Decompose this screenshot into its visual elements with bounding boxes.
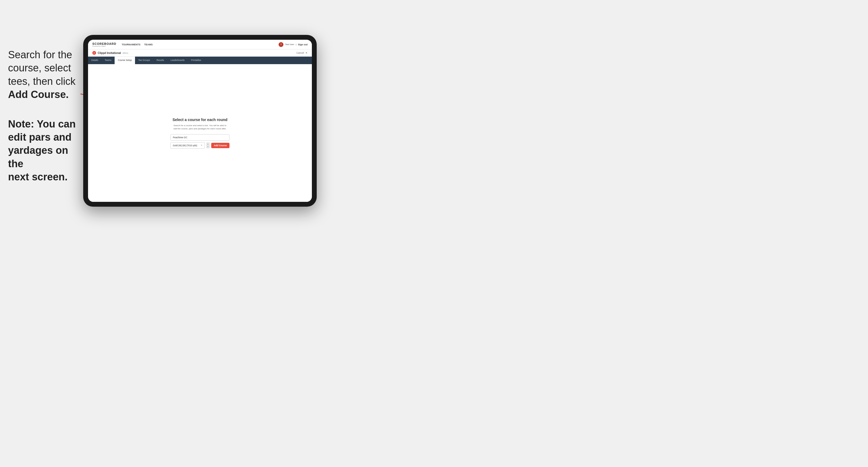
course-search-input[interactable] (170, 134, 229, 141)
tab-printables[interactable]: Printables (188, 57, 205, 64)
annotation-line3: tees, then click (8, 76, 75, 87)
cancel-button[interactable]: Cancel ✕ (296, 52, 308, 54)
tee-row: Gold (M) (M) (7010 yds) × ▲ ▼ Add Course (170, 142, 229, 149)
tab-teams[interactable]: Teams (101, 57, 115, 64)
note-section: Note: You can edit pars and yardages on … (8, 118, 83, 184)
note-line3: next screen. (8, 171, 68, 183)
nav-links: TOURNAMENTS TEAMS (122, 43, 279, 46)
tablet-frame: SCOREBOARD Powered by clippd TOURNAMENTS… (83, 35, 317, 207)
note-title: Note: You can (8, 118, 76, 130)
cancel-icon: ✕ (305, 52, 308, 54)
section-title: Select a course for each round (173, 118, 227, 122)
annotation-block: Search for the course, select tees, then… (8, 48, 83, 184)
tab-details[interactable]: Details (88, 57, 101, 64)
nav-right: T Test User | Sign out (279, 42, 308, 47)
tab-tee-groups[interactable]: Tee Groups (135, 57, 153, 64)
navbar: SCOREBOARD Powered by clippd TOURNAMENTS… (88, 40, 312, 50)
tab-bar: Details Teams Course Setup Tee Groups Re… (88, 57, 312, 64)
tournament-title-area: C Clippd Invitational (Men) (92, 51, 128, 55)
annotation-line4: Add Course. (8, 89, 69, 100)
tab-leaderboards[interactable]: Leaderboards (167, 57, 188, 64)
nav-tournaments[interactable]: TOURNAMENTS (122, 43, 141, 46)
tab-results[interactable]: Results (153, 57, 167, 64)
main-content: Select a course for each round Search fo… (88, 64, 312, 202)
tournament-subtitle: (Men) (123, 52, 128, 54)
user-name: Test User (285, 43, 294, 45)
annotation-line1: Search for the (8, 49, 72, 60)
tournament-icon: C (92, 51, 96, 55)
section-description: Search for a course and select a tee. Yo… (173, 124, 227, 130)
nav-separator: | (296, 43, 296, 45)
sign-out-link[interactable]: Sign out (298, 43, 308, 46)
tee-select-value: Gold (M) (M) (7010 yds) (173, 144, 197, 147)
tab-course-setup[interactable]: Course Setup (115, 57, 135, 64)
nav-teams[interactable]: TEAMS (144, 43, 153, 46)
note-line2: yardages on the (8, 145, 68, 169)
logo-text: SCOREBOARD (92, 42, 116, 45)
tablet-screen: SCOREBOARD Powered by clippd TOURNAMENTS… (88, 40, 312, 202)
note-line1: edit pars and (8, 131, 72, 143)
tee-up-button[interactable]: ▲ (207, 143, 210, 145)
logo-area: SCOREBOARD Powered by clippd (92, 42, 116, 47)
user-avatar: T (279, 42, 283, 47)
tournament-header: C Clippd Invitational (Men) Cancel ✕ (88, 50, 312, 57)
tee-stepper: ▲ ▼ (207, 143, 210, 148)
tournament-name: Clippd Invitational (98, 52, 121, 55)
annotation-line2: course, select (8, 62, 71, 73)
clear-icon[interactable]: × (201, 144, 203, 147)
tee-down-button[interactable]: ▼ (207, 146, 210, 148)
tee-select-box[interactable]: Gold (M) (M) (7010 yds) × (170, 142, 205, 149)
cancel-label: Cancel (296, 52, 304, 54)
add-course-button[interactable]: Add Course (211, 143, 229, 148)
logo-sub: Powered by clippd (92, 45, 116, 47)
